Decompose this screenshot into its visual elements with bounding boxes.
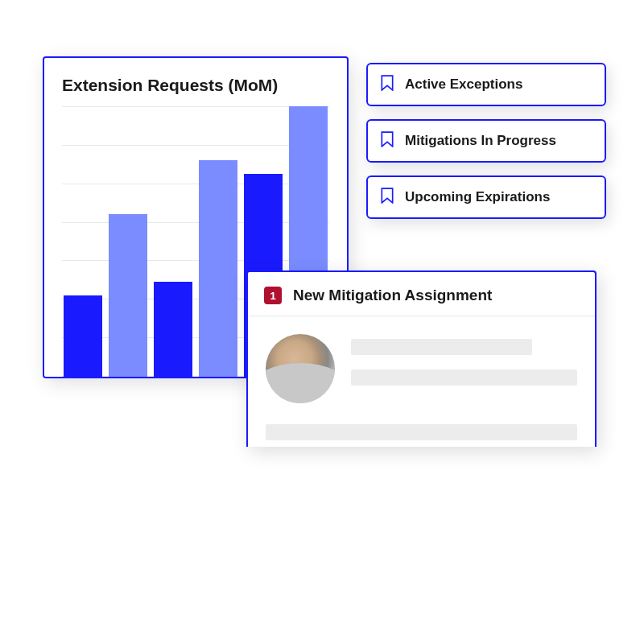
bookmark-icon [381,131,394,151]
notification-count-badge: 1 [264,287,282,304]
chart-bar [64,295,102,377]
chart-bar [109,214,147,377]
notification-body [248,316,595,424]
skeleton-line [351,369,577,386]
notification-header: 1 New Mitigation Assignment [248,272,595,316]
bookmark-icon [381,75,394,94]
filter-pill[interactable]: Active Exceptions [366,63,606,106]
filter-pill[interactable]: Upcoming Expirations [366,175,606,219]
notification-card: 1 New Mitigation Assignment [246,270,597,447]
skeleton-line [351,339,532,355]
filter-pill[interactable]: Mitigations In Progress [366,119,606,163]
notification-content-lines [351,334,577,386]
bookmark-icon [381,188,394,207]
chart-bar [154,282,192,377]
notification-title: New Mitigation Assignment [293,287,492,304]
chart-title: Extension Requests (MoM) [62,76,329,95]
filter-pill-label: Upcoming Expirations [405,189,550,205]
filter-pill-label: Active Exceptions [405,76,522,93]
assignee-avatar [266,334,335,403]
skeleton-line [266,424,577,440]
chart-bar [199,160,237,377]
quick-filter-stack: Active ExceptionsMitigations In Progress… [366,63,606,219]
notification-content-lines [248,424,595,447]
filter-pill-label: Mitigations In Progress [405,133,556,149]
